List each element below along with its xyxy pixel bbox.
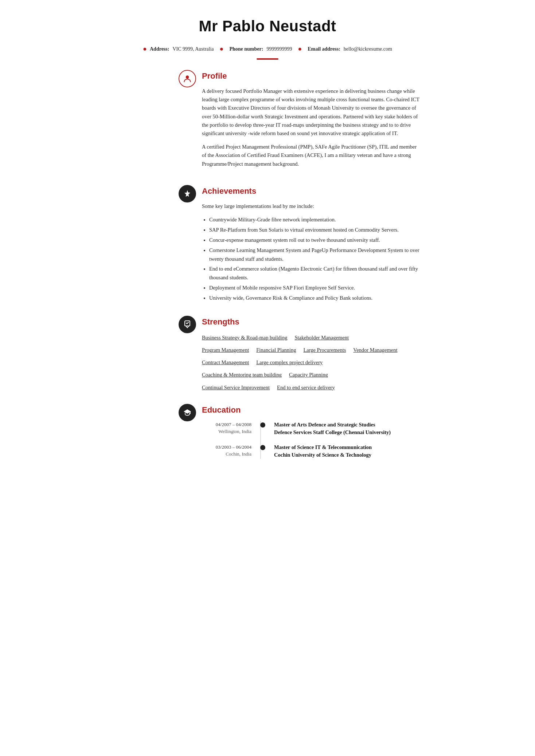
svg-point-0 bbox=[186, 75, 189, 79]
achievements-icon-col bbox=[114, 185, 187, 304]
achievement-item: Deployment of Mobile responsive SAP Fior… bbox=[209, 284, 421, 292]
address-label: Address: bbox=[150, 45, 169, 53]
address-value: VIC 9999, Australia bbox=[172, 45, 214, 53]
strengths-row: Coaching & Mentoring team buildingCapaci… bbox=[202, 370, 421, 379]
edu-entry-left: 04/2007 – 04/2008Wellington, India bbox=[202, 421, 260, 435]
education-title: Education bbox=[202, 404, 421, 416]
profile-para1: A delivery focused Portfolio Manager wit… bbox=[202, 87, 421, 138]
edu-entry-right: Master of Science IT & Telecommunication… bbox=[265, 444, 421, 459]
contact-bar: ● Address: VIC 9999, Australia ● Phone n… bbox=[114, 44, 421, 54]
achievement-item: Concur-expense management system roll ou… bbox=[209, 236, 421, 245]
strengths-row: Business Strategy & Road-map buildingSta… bbox=[202, 333, 421, 342]
strengths-icon bbox=[183, 320, 192, 329]
edu-dot bbox=[260, 445, 265, 450]
strength-item: Large Procurements bbox=[303, 345, 346, 355]
phone-value: 9999999999 bbox=[266, 45, 292, 53]
edu-degree: Master of Science IT & Telecommunication bbox=[274, 444, 421, 451]
strengths-body: Strengths Business Strategy & Road-map b… bbox=[187, 316, 421, 392]
edu-entry-right: Master of Arts Defence and Strategic Stu… bbox=[265, 421, 421, 436]
education-icon-col bbox=[114, 404, 187, 459]
achievement-item: University wide, Governance Risk & Compl… bbox=[209, 294, 421, 303]
strengths-icon-wrap bbox=[179, 316, 196, 333]
sep1: ● bbox=[220, 44, 224, 54]
strength-item: Contract Management bbox=[202, 358, 249, 367]
achievement-item: End to end eCommerce solution (Magento E… bbox=[209, 265, 421, 282]
edu-date: 04/2007 – 04/2008 bbox=[202, 421, 251, 428]
strengths-row: Contract ManagementLarge complex project… bbox=[202, 358, 421, 367]
email-value: hello@kickresume.com bbox=[344, 45, 392, 53]
edu-school: Cochin University of Science & Technolog… bbox=[274, 451, 421, 459]
strength-item: Capacity Planning bbox=[289, 370, 328, 379]
phone-label: Phone number: bbox=[229, 45, 263, 53]
achievements-intro: Some key large implementations lead by m… bbox=[202, 202, 421, 210]
strength-item: Financial Planning bbox=[256, 345, 296, 355]
achievement-item: Cornerstone Learning Management System a… bbox=[209, 246, 421, 264]
strengths-section: Strengths Business Strategy & Road-map b… bbox=[114, 316, 421, 392]
achievement-item: Countrywide Military-Grade fibre network… bbox=[209, 216, 421, 224]
strength-item: Stakeholder Management bbox=[294, 333, 349, 342]
strength-item: End to end service delivery bbox=[277, 383, 335, 392]
header: Mr Pablo Neustadt bbox=[114, 15, 421, 38]
dot-address: ● bbox=[143, 44, 147, 54]
profile-icon-wrap bbox=[179, 70, 196, 87]
strengths-row: Continual Service ImprovementEnd to end … bbox=[202, 383, 421, 392]
edu-date: 03/2003 – 06/2004 bbox=[202, 444, 251, 451]
edu-entry: 04/2007 – 04/2008Wellington, IndiaMaster… bbox=[202, 421, 421, 436]
achievements-body: Achievements Some key large implementati… bbox=[187, 185, 421, 304]
strengths-icon-col bbox=[114, 316, 187, 392]
achievements-title: Achievements bbox=[202, 185, 421, 197]
strength-item: Continual Service Improvement bbox=[202, 383, 270, 392]
strength-item: Business Strategy & Road-map building bbox=[202, 333, 287, 342]
achievement-item: SAP Re-Platform from Sun Solaris to virt… bbox=[209, 226, 421, 235]
sep2: ● bbox=[298, 44, 302, 54]
strength-item: Coaching & Mentoring team building bbox=[202, 370, 282, 379]
edu-location: Cochin, India bbox=[202, 450, 251, 458]
achievements-section: Achievements Some key large implementati… bbox=[114, 185, 421, 304]
resume-page: Mr Pablo Neustadt ● Address: VIC 9999, A… bbox=[100, 0, 435, 492]
email-label: Email address: bbox=[308, 45, 340, 53]
profile-para2: A certified Project Management Professio… bbox=[202, 143, 421, 168]
full-name: Mr Pablo Neustadt bbox=[114, 15, 421, 38]
achievements-icon-wrap bbox=[179, 185, 196, 202]
person-icon bbox=[183, 74, 192, 83]
edu-entries: 04/2007 – 04/2008Wellington, IndiaMaster… bbox=[202, 421, 421, 459]
achievements-icon bbox=[183, 189, 192, 198]
achievements-list: Countrywide Military-Grade fibre network… bbox=[202, 216, 421, 303]
strengths-row: Program ManagementFinancial PlanningLarg… bbox=[202, 345, 421, 355]
education-icon-wrap bbox=[179, 404, 196, 421]
edu-location: Wellington, India bbox=[202, 428, 251, 435]
edu-entry: 03/2003 – 06/2004Cochin, IndiaMaster of … bbox=[202, 444, 421, 459]
profile-section: Profile A delivery focused Portfolio Man… bbox=[114, 70, 421, 173]
profile-icon-col bbox=[114, 70, 187, 173]
profile-body: Profile A delivery focused Portfolio Man… bbox=[187, 70, 421, 173]
header-divider bbox=[257, 58, 278, 60]
edu-entry-left: 03/2003 – 06/2004Cochin, India bbox=[202, 444, 260, 458]
strengths-grid: Business Strategy & Road-map buildingSta… bbox=[202, 333, 421, 392]
edu-section-inner: 04/2007 – 04/2008Wellington, IndiaMaster… bbox=[202, 421, 421, 459]
strength-item: Large complex project delivery bbox=[256, 358, 323, 367]
education-icon bbox=[183, 408, 192, 417]
strength-item: Vendor Management bbox=[353, 345, 397, 355]
edu-degree: Master of Arts Defence and Strategic Stu… bbox=[274, 421, 421, 429]
education-body: Education 04/2007 – 04/2008Wellington, I… bbox=[187, 404, 421, 459]
strengths-title: Strengths bbox=[202, 316, 421, 328]
edu-dot bbox=[260, 422, 265, 428]
edu-school: Defence Services Staff College (Chennai … bbox=[274, 429, 421, 436]
strength-item: Program Management bbox=[202, 345, 249, 355]
profile-title: Profile bbox=[202, 70, 421, 82]
education-section: Education 04/2007 – 04/2008Wellington, I… bbox=[114, 404, 421, 459]
